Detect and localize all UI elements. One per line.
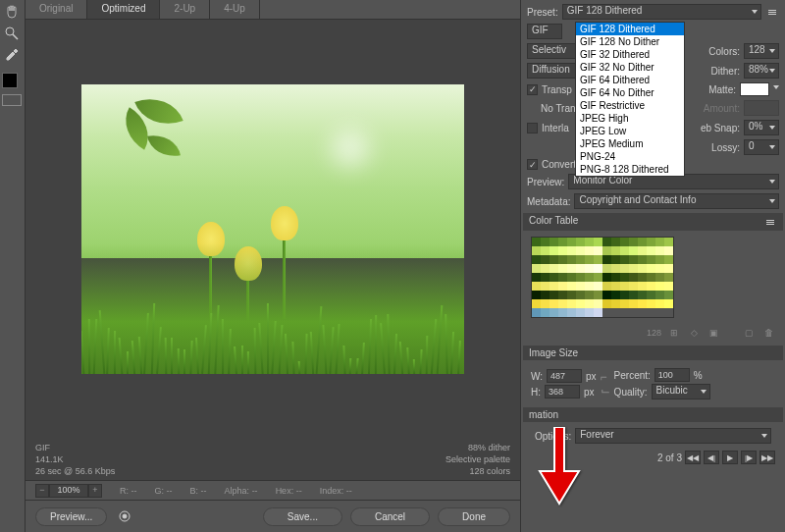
color-swatch-cell[interactable] [585,255,594,264]
color-swatch-cell[interactable] [532,273,541,282]
ct-map-icon[interactable]: ▣ [706,326,720,340]
color-swatch-cell[interactable] [576,299,585,308]
color-swatch-cell[interactable] [550,238,558,246]
color-swatch-cell[interactable] [664,238,673,246]
color-swatch-cell[interactable] [567,308,576,317]
color-swatch-cell[interactable] [558,246,567,255]
loop-select[interactable]: Forever [575,428,771,444]
color-swatch-cell[interactable] [629,291,638,299]
color-swatch-cell[interactable] [647,238,655,246]
color-swatch-cell[interactable] [611,246,620,255]
color-swatch-cell[interactable] [620,282,629,291]
color-swatch-cell[interactable] [558,238,567,246]
color-swatch-cell[interactable] [655,299,664,308]
browser-preview-menu[interactable] [115,506,134,526]
color-swatch-cell[interactable] [655,238,664,246]
preset-option[interactable]: GIF 32 Dithered [576,48,684,61]
color-swatch-cell[interactable] [567,264,576,273]
color-swatch-cell[interactable] [576,273,585,282]
color-swatch-cell[interactable] [620,264,629,273]
color-swatch-cell[interactable] [647,282,655,291]
color-swatch-cell[interactable] [602,282,611,291]
color-swatch-cell[interactable] [585,282,594,291]
color-swatch-cell[interactable] [655,264,664,273]
color-swatch-cell[interactable] [585,308,594,317]
color-swatch-cell[interactable] [567,291,576,299]
preset-option[interactable]: GIF 64 Dithered [576,74,684,86]
color-swatch-cell[interactable] [602,273,611,282]
link-dimensions-icon[interactable]: ⌐⌙ [601,370,610,398]
color-swatch-cell[interactable] [664,255,673,264]
color-swatch-cell[interactable] [550,282,558,291]
done-button[interactable]: Done [438,507,510,526]
tab-4up[interactable]: 4-Up [210,0,260,19]
color-swatch-cell[interactable] [585,246,594,255]
save-button[interactable]: Save... [263,507,342,526]
color-swatch-cell[interactable] [558,264,567,273]
color-swatch-cell[interactable] [620,246,629,255]
color-swatch-cell[interactable] [594,255,602,264]
color-swatch-cell[interactable] [532,282,541,291]
color-swatch-cell[interactable] [532,299,541,308]
dither-value-select[interactable]: 88% [744,63,779,79]
quality-select[interactable]: Bicubic [652,384,710,399]
height-input[interactable] [545,385,580,399]
color-swatch-cell[interactable] [620,299,629,308]
color-swatch-cell[interactable] [532,238,541,246]
color-swatch-cell[interactable] [567,246,576,255]
color-swatch-cell[interactable] [541,264,550,273]
ct-snap-icon[interactable]: ⊞ [667,326,681,340]
first-frame-icon[interactable]: ◀◀ [685,451,701,464]
dither-method-select[interactable]: Diffusion [527,63,578,79]
color-swatch-cell[interactable] [541,308,550,317]
percent-input[interactable] [654,368,690,382]
ct-delete-icon[interactable]: 🗑 [761,326,775,340]
color-swatch-cell[interactable] [532,264,541,273]
preset-select[interactable]: GIF 128 Dithered [562,4,761,20]
preset-menu-icon[interactable] [765,5,779,19]
color-swatch-cell[interactable] [638,299,647,308]
color-swatch-cell[interactable] [602,246,611,255]
width-input[interactable] [547,369,582,383]
preset-option[interactable]: JPEG Low [576,125,684,137]
hand-tool[interactable] [2,2,22,22]
srgb-checkbox[interactable] [527,159,538,170]
color-swatch-cell[interactable] [585,291,594,299]
color-swatch-cell[interactable] [638,246,647,255]
color-swatch-cell[interactable] [585,273,594,282]
color-swatch-cell[interactable] [647,246,655,255]
color-swatch-cell[interactable] [647,291,655,299]
color-swatch-cell[interactable] [655,282,664,291]
color-swatch-cell[interactable] [664,291,673,299]
color-swatch-cell[interactable] [558,299,567,308]
color-swatch-cell[interactable] [629,246,638,255]
color-swatch-cell[interactable] [611,299,620,308]
preset-option[interactable]: GIF 128 Dithered [576,23,684,35]
color-swatch-cell[interactable] [594,273,602,282]
color-swatch-cell[interactable] [647,255,655,264]
color-swatch-cell[interactable] [541,299,550,308]
color-swatch-cell[interactable] [541,273,550,282]
metadata-select[interactable]: Copyright and Contact Info [574,193,779,209]
color-swatch-cell[interactable] [602,238,611,246]
color-swatch-cell[interactable] [602,299,611,308]
color-swatch-cell[interactable] [655,246,664,255]
color-swatch-cell[interactable] [541,255,550,264]
color-swatch-cell[interactable] [611,264,620,273]
color-swatch-cell[interactable] [602,264,611,273]
color-swatch-cell[interactable] [541,282,550,291]
preset-option[interactable]: PNG-24 [576,150,684,163]
color-swatch-cell[interactable] [602,291,611,299]
color-swatch-cell[interactable] [594,299,602,308]
ct-new-icon[interactable]: ▢ [742,326,756,340]
reduction-select[interactable]: Selectiv [527,43,578,59]
eyedropper-tool[interactable] [2,45,22,65]
color-swatch-cell[interactable] [550,308,558,317]
transparency-checkbox[interactable] [527,84,538,95]
tab-optimized[interactable]: Optimized [87,0,160,19]
color-swatch-cell[interactable] [576,238,585,246]
preview-button[interactable]: Preview... [35,507,107,526]
color-swatch-cell[interactable] [611,291,620,299]
lossy-select[interactable]: 0 [744,139,779,155]
preview-canvas[interactable]: document.write(Array.from({length:60},(_… [26,20,520,439]
